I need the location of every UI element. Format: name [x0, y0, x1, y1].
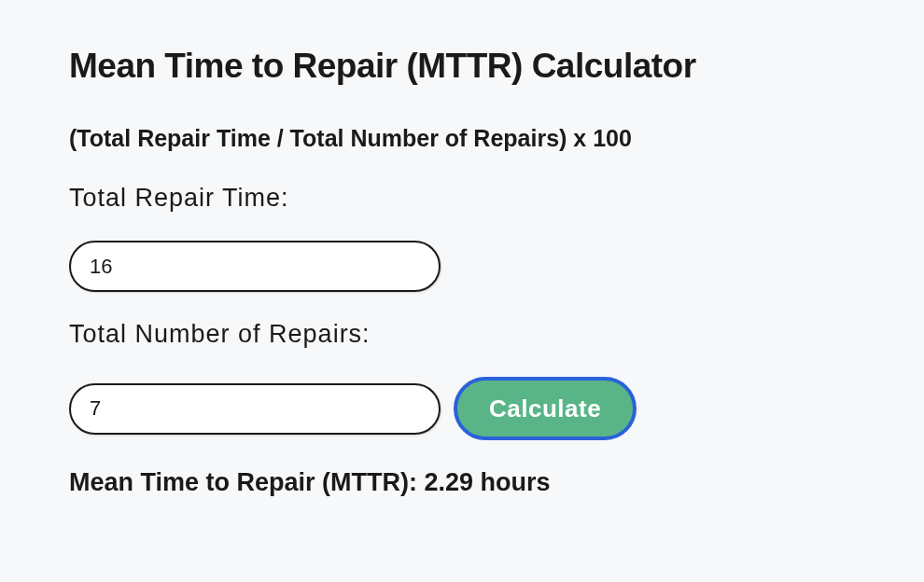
- repair-time-input[interactable]: [69, 241, 441, 292]
- result-output: Mean Time to Repair (MTTR): 2.29 hours: [69, 468, 855, 497]
- formula-text: (Total Repair Time / Total Number of Rep…: [69, 125, 855, 152]
- calculate-button[interactable]: Calculate: [454, 377, 637, 440]
- page-title: Mean Time to Repair (MTTR) Calculator: [69, 47, 855, 86]
- num-repairs-label: Total Number of Repairs:: [69, 320, 855, 349]
- num-repairs-input[interactable]: [69, 383, 441, 435]
- repair-time-label: Total Repair Time:: [69, 184, 855, 213]
